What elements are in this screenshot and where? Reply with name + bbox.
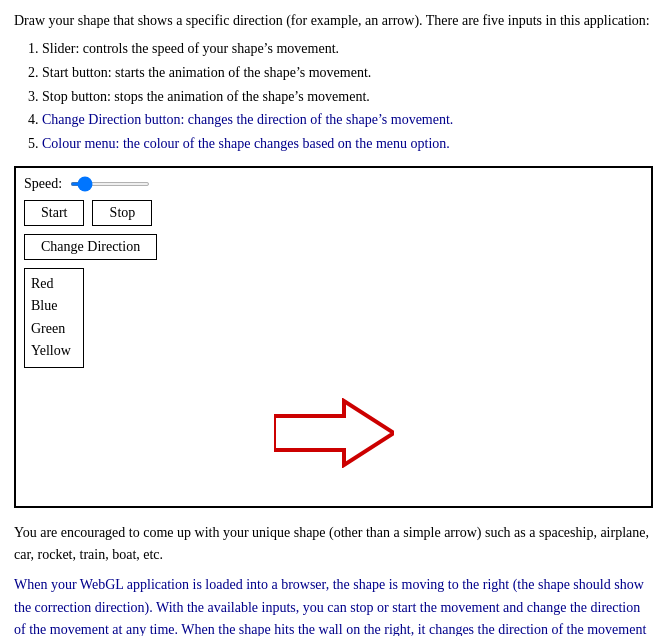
intro-paragraph: Draw your shape that shows a specific di… — [14, 10, 653, 31]
list-item-2: Start button: starts the animation of th… — [42, 61, 653, 85]
start-button[interactable]: Start — [24, 200, 84, 226]
app-container: Speed: Start Stop Change Direction Red B… — [14, 166, 653, 508]
footer-para2: When your WebGL application is loaded in… — [14, 574, 653, 636]
arrow-icon — [274, 398, 394, 468]
change-direction-button[interactable]: Change Direction — [24, 234, 157, 260]
speed-row: Speed: — [24, 176, 643, 192]
canvas-area — [24, 368, 643, 498]
list-item-3: Stop button: stops the animation of the … — [42, 85, 653, 109]
colour-option-red[interactable]: Red — [31, 273, 77, 295]
feature-list: Slider: controls the speed of your shape… — [42, 37, 653, 156]
change-direction-row: Change Direction — [24, 234, 643, 260]
list-item-1: Slider: controls the speed of your shape… — [42, 37, 653, 61]
speed-slider[interactable] — [70, 182, 150, 186]
colour-option-yellow[interactable]: Yellow — [31, 340, 77, 362]
list-item-5: Colour menu: the colour of the shape cha… — [42, 132, 653, 156]
colour-option-blue[interactable]: Blue — [31, 295, 77, 317]
stop-button[interactable]: Stop — [92, 200, 152, 226]
list-item-4: Change Direction button: changes the dir… — [42, 108, 653, 132]
footer-para1: You are encouraged to come up with your … — [14, 522, 653, 567]
colour-option-green[interactable]: Green — [31, 318, 77, 340]
slider-container — [70, 182, 150, 186]
colour-menu[interactable]: Red Blue Green Yellow — [24, 268, 84, 368]
speed-label: Speed: — [24, 176, 62, 192]
svg-marker-0 — [274, 401, 394, 465]
start-stop-row: Start Stop — [24, 200, 643, 226]
